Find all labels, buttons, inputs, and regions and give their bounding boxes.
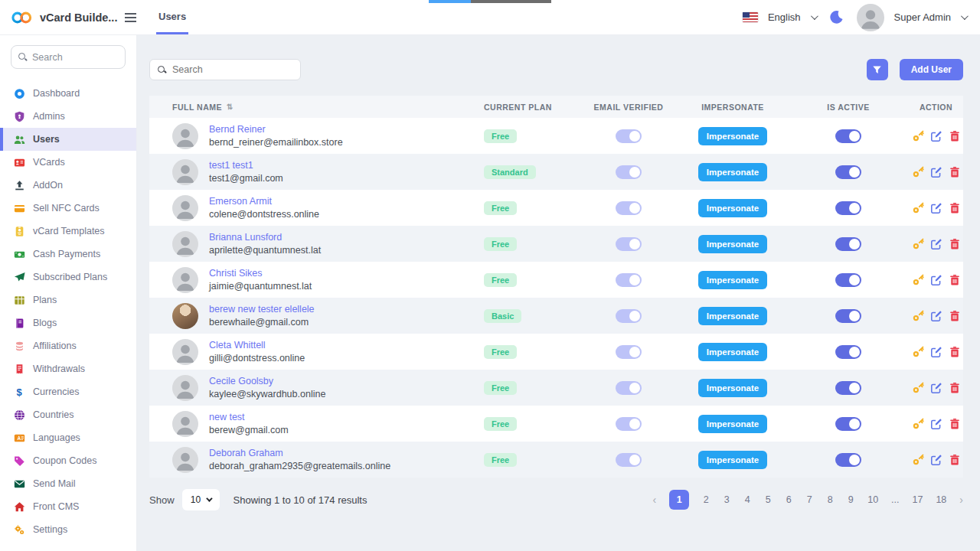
sidebar-item-plans[interactable]: Plans [0,289,136,311]
delete-user-icon[interactable] [949,310,961,322]
page-1[interactable]: 1 [669,490,689,510]
user-name-link[interactable]: Deborah Graham [209,447,390,460]
page-18[interactable]: 18 [936,494,946,505]
page-7[interactable]: 7 [805,494,813,505]
impersonate-button[interactable]: Impersonate [698,451,767,469]
tab-users[interactable]: Users [156,0,188,34]
sidebar-item-users[interactable]: Users [0,128,136,151]
sidebar-item-withdrawals[interactable]: Withdrawals [0,357,136,380]
is-active-toggle[interactable] [835,417,861,431]
language-chevron-down-icon[interactable] [811,12,818,20]
user-avatar[interactable] [857,4,884,31]
edit-user-icon[interactable] [930,274,942,286]
edit-user-icon[interactable] [930,346,942,358]
is-active-toggle[interactable] [835,309,861,323]
reset-password-key-icon[interactable] [912,382,924,394]
sort-icon[interactable]: ⇅ [227,103,234,111]
email-verified-toggle[interactable] [616,417,642,431]
delete-user-icon[interactable] [949,166,961,178]
pagination-ellipsis[interactable]: ... [891,494,899,505]
edit-user-icon[interactable] [930,202,942,214]
page-2[interactable]: 2 [702,494,710,505]
user-name-link[interactable]: new test [209,411,289,424]
sidebar-item-languages[interactable]: Languages [0,426,136,449]
is-active-toggle[interactable] [835,453,861,467]
page-8[interactable]: 8 [826,494,834,505]
column-full-name[interactable]: FULL NAME ⇅ [149,103,484,112]
delete-user-icon[interactable] [949,202,961,214]
page-10[interactable]: 10 [867,494,878,505]
email-verified-toggle[interactable] [616,237,642,251]
impersonate-button[interactable]: Impersonate [698,307,767,325]
user-menu-label[interactable]: Super Admin [894,11,951,23]
impersonate-button[interactable]: Impersonate [698,127,767,145]
language-selector-label[interactable]: English [768,11,801,23]
email-verified-toggle[interactable] [616,453,642,467]
sidebar-item-countries[interactable]: Countries [0,403,136,426]
edit-user-icon[interactable] [930,238,942,250]
user-name-link[interactable]: Bernd Reiner [209,123,343,136]
sidebar-search[interactable] [11,45,126,69]
email-verified-toggle[interactable] [616,381,642,395]
delete-user-icon[interactable] [949,238,961,250]
impersonate-button[interactable]: Impersonate [698,415,767,433]
email-verified-toggle[interactable] [616,309,642,323]
impersonate-button[interactable]: Impersonate [698,271,767,289]
impersonate-button[interactable]: Impersonate [698,235,767,253]
is-active-toggle[interactable] [835,237,861,251]
table-search[interactable] [149,59,301,80]
edit-user-icon[interactable] [930,130,942,142]
delete-user-icon[interactable] [949,454,961,466]
impersonate-button[interactable]: Impersonate [698,343,767,361]
email-verified-toggle[interactable] [616,345,642,359]
user-name-link[interactable]: Emerson Armit [209,195,319,208]
delete-user-icon[interactable] [949,382,961,394]
edit-user-icon[interactable] [930,310,942,322]
reset-password-key-icon[interactable] [912,238,924,250]
user-name-link[interactable]: berew new tester elellele [209,303,315,316]
delete-user-icon[interactable] [949,274,961,286]
reset-password-key-icon[interactable] [912,454,924,466]
sidebar-item-coupon-codes[interactable]: Coupon Codes [0,449,136,472]
is-active-toggle[interactable] [835,165,861,179]
reset-password-key-icon[interactable] [912,274,924,286]
page-6[interactable]: 6 [785,494,792,505]
dark-mode-toggle-icon[interactable] [829,10,844,24]
reset-password-key-icon[interactable] [912,346,924,358]
user-name-link[interactable]: Cleta Whittell [209,339,305,352]
sidebar-item-blogs[interactable]: Blogs [0,311,136,334]
user-name-link[interactable]: test1 test1 [209,159,283,172]
edit-user-icon[interactable] [930,166,942,178]
is-active-toggle[interactable] [835,129,861,143]
sidebar-item-send-mail[interactable]: Send Mail [0,472,136,495]
page-9[interactable]: 9 [847,494,854,505]
pagination-prev[interactable]: ‹ [653,494,657,506]
is-active-toggle[interactable] [835,345,861,359]
pagination-next[interactable]: › [959,494,963,506]
sidebar-item-front-cms[interactable]: Front CMS [0,495,136,518]
sidebar-item-vcards[interactable]: VCards [0,151,136,174]
reset-password-key-icon[interactable] [912,202,924,214]
sidebar-item-admins[interactable]: Admins [0,105,136,128]
page-5[interactable]: 5 [764,494,772,505]
user-name-link[interactable]: Cecile Goolsby [209,375,325,388]
email-verified-toggle[interactable] [616,273,642,287]
delete-user-icon[interactable] [949,418,961,430]
sidebar-item-addon[interactable]: AddOn [0,174,136,197]
impersonate-button[interactable]: Impersonate [698,163,767,181]
add-user-button[interactable]: Add User [900,59,963,80]
user-name-link[interactable]: Christi Sikes [209,267,312,280]
sidebar-item-affiliations[interactable]: Affiliations [0,334,136,357]
sidebar-item-sell-nfc-cards[interactable]: Sell NFC Cards [0,197,136,220]
edit-user-icon[interactable] [930,454,942,466]
reset-password-key-icon[interactable] [912,418,924,430]
email-verified-toggle[interactable] [616,165,642,179]
email-verified-toggle[interactable] [616,201,642,215]
sidebar-item-subscribed-plans[interactable]: Subscribed Plans [0,266,136,289]
sidebar-item-cash-payments[interactable]: Cash Payments [0,243,136,266]
sidebar-item-vcard-templates[interactable]: vCard Templates [0,220,136,243]
is-active-toggle[interactable] [835,201,861,215]
edit-user-icon[interactable] [930,418,942,430]
page-3[interactable]: 3 [723,494,730,505]
delete-user-icon[interactable] [949,130,961,142]
